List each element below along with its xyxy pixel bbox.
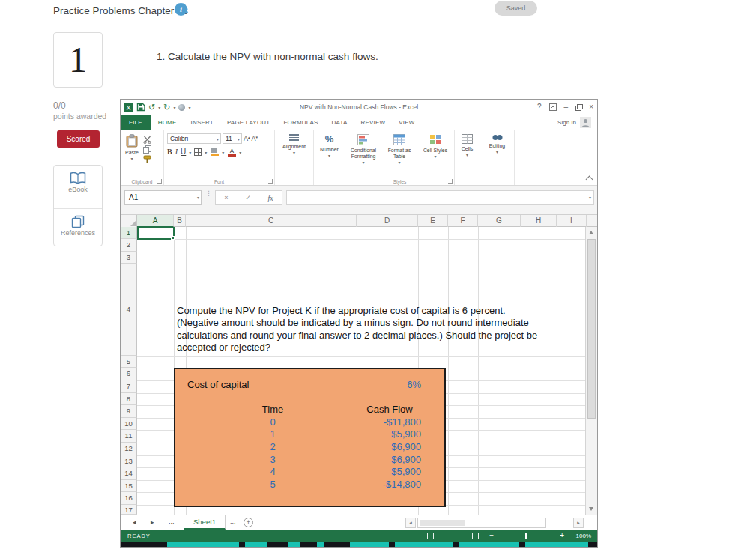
ribbon-display-icon[interactable] bbox=[549, 103, 557, 111]
zoom-out-icon[interactable]: − bbox=[489, 530, 494, 542]
column-header-b[interactable]: B bbox=[174, 215, 186, 227]
zoom-in-icon[interactable]: + bbox=[560, 530, 564, 542]
select-all-corner[interactable] bbox=[121, 215, 137, 227]
row-header-6[interactable]: 6 bbox=[121, 368, 137, 380]
close-icon[interactable]: × bbox=[589, 102, 593, 112]
row-header-12[interactable]: 12 bbox=[121, 443, 137, 455]
fill-color-button[interactable] bbox=[210, 148, 219, 156]
collapse-ribbon-icon[interactable] bbox=[586, 176, 593, 184]
shrink-font-button[interactable]: A▾ bbox=[252, 135, 258, 142]
sign-in[interactable]: Sign In bbox=[557, 117, 591, 128]
bold-button[interactable]: B bbox=[167, 147, 172, 157]
tab-page-layout[interactable]: PAGE LAYOUT bbox=[220, 115, 276, 130]
tab-formulas[interactable]: FORMULAS bbox=[276, 115, 324, 130]
vertical-scroll-thumb[interactable] bbox=[587, 239, 596, 419]
format-as-table-button[interactable]: Format as Table ▾ bbox=[381, 130, 417, 185]
row-header-10[interactable]: 10 bbox=[121, 418, 137, 430]
styles-dialog-launcher-icon[interactable] bbox=[448, 179, 453, 184]
info-icon[interactable]: i bbox=[175, 3, 187, 16]
cancel-icon[interactable]: × bbox=[224, 194, 228, 201]
formula-input[interactable]: ▾ bbox=[286, 190, 594, 205]
insert-function-icon[interactable]: fx bbox=[267, 194, 273, 202]
cell-styles-button[interactable]: Cell Styles ▾ bbox=[417, 130, 453, 185]
vertical-scrollbar[interactable] bbox=[585, 227, 597, 515]
underline-dropdown-icon[interactable]: ▾ bbox=[189, 150, 191, 155]
question-number-card[interactable]: 1 bbox=[53, 32, 103, 88]
alignment-button[interactable]: Alignment ▾ bbox=[275, 130, 313, 185]
restore-icon[interactable] bbox=[575, 104, 581, 110]
font-name-select[interactable]: Calibri▾ bbox=[167, 133, 221, 144]
selected-cell-a1[interactable] bbox=[137, 227, 175, 240]
fill-color-dropdown-icon[interactable]: ▾ bbox=[222, 150, 224, 155]
zoom-level[interactable]: 100% bbox=[576, 530, 591, 542]
conditional-formatting-button[interactable]: Conditional Formatting ▾ bbox=[345, 130, 381, 185]
page-break-view-icon[interactable] bbox=[472, 533, 479, 539]
hscroll-right-icon[interactable]: ▸ bbox=[573, 518, 584, 528]
help-icon[interactable]: ? bbox=[537, 102, 542, 112]
tab-view[interactable]: VIEW bbox=[392, 115, 421, 130]
underline-button[interactable]: U bbox=[181, 147, 186, 157]
add-sheet-icon[interactable]: + bbox=[244, 518, 253, 527]
number-button[interactable]: % Number ▾ bbox=[314, 130, 345, 185]
paste-button[interactable]: Paste ▾ bbox=[121, 130, 143, 185]
font-size-select[interactable]: 11▾ bbox=[223, 133, 242, 144]
column-header-c[interactable]: C bbox=[186, 215, 357, 227]
row-header-7[interactable]: 7 bbox=[121, 380, 137, 393]
grow-font-button[interactable]: A▴ bbox=[244, 135, 250, 142]
row-header-8[interactable]: 8 bbox=[121, 393, 137, 405]
sheet-nav-right-icon[interactable]: ▸ bbox=[151, 515, 154, 530]
row-header-5[interactable]: 5 bbox=[121, 356, 137, 368]
font-dialog-launcher-icon[interactable] bbox=[268, 179, 273, 184]
column-header-h[interactable]: H bbox=[521, 215, 557, 227]
row-header-1[interactable]: 1 bbox=[121, 227, 137, 239]
horizontal-scroll-thumb[interactable] bbox=[420, 520, 465, 526]
format-painter-icon[interactable] bbox=[143, 155, 151, 163]
enter-icon[interactable]: ✓ bbox=[245, 194, 251, 201]
tab-home[interactable]: HOME bbox=[151, 115, 184, 130]
ebook-button[interactable]: eBook bbox=[54, 172, 102, 208]
sheet-tab-sheet1[interactable]: Sheet1 bbox=[184, 515, 226, 530]
row-header-13[interactable]: 13 bbox=[121, 455, 137, 467]
horizontal-scrollbar[interactable] bbox=[417, 518, 546, 528]
zoom-slider[interactable] bbox=[498, 536, 555, 536]
column-header-f[interactable]: F bbox=[448, 215, 478, 227]
row-header-14[interactable]: 14 bbox=[121, 467, 137, 480]
fill-handle[interactable] bbox=[171, 236, 175, 240]
tab-insert[interactable]: INSERT bbox=[184, 115, 220, 130]
sheet-nav-left-icon[interactable]: ◂ bbox=[133, 515, 136, 530]
zoom-slider-thumb[interactable] bbox=[525, 533, 527, 539]
row-header-4[interactable]: 4 bbox=[121, 264, 137, 356]
sheet-overflow-right[interactable]: ... bbox=[230, 515, 236, 528]
borders-dropdown-icon[interactable]: ▾ bbox=[205, 150, 207, 155]
cells-button[interactable]: Cells ▾ bbox=[455, 130, 480, 185]
formula-expand-icon[interactable]: ▾ bbox=[589, 191, 591, 204]
hscroll-left-icon[interactable]: ◂ bbox=[405, 518, 416, 528]
row-header-15[interactable]: 15 bbox=[121, 480, 137, 492]
tab-file[interactable]: FILE bbox=[121, 115, 151, 130]
row-header-17[interactable]: 17 bbox=[121, 505, 137, 515]
editing-button[interactable]: Editing ▾ bbox=[480, 130, 514, 185]
italic-button[interactable]: I bbox=[175, 147, 178, 157]
font-color-dropdown-icon[interactable]: ▾ bbox=[239, 150, 241, 155]
page-layout-view-icon[interactable] bbox=[450, 533, 456, 539]
copy-icon[interactable] bbox=[143, 145, 151, 154]
cut-icon[interactable] bbox=[143, 136, 151, 144]
tab-review[interactable]: REVIEW bbox=[354, 115, 392, 130]
row-header-9[interactable]: 9 bbox=[121, 405, 137, 418]
row-header-2[interactable]: 2 bbox=[121, 239, 137, 252]
scroll-down-icon[interactable] bbox=[589, 507, 593, 511]
tab-data[interactable]: DATA bbox=[324, 115, 354, 130]
sheet-overflow-left[interactable]: ... bbox=[169, 515, 175, 528]
minimize-icon[interactable]: – bbox=[564, 102, 569, 112]
clipboard-dialog-launcher-icon[interactable] bbox=[157, 179, 162, 184]
worksheet-grid[interactable]: 1 2 3 4 5 6 7 8 9 10 11 12 13 14 15 16 1… bbox=[121, 227, 597, 515]
column-header-d[interactable]: D bbox=[357, 215, 418, 227]
borders-button[interactable] bbox=[194, 148, 202, 156]
column-header-a[interactable]: A bbox=[137, 215, 174, 227]
column-header-g[interactable]: G bbox=[478, 215, 521, 227]
references-button[interactable]: References bbox=[54, 208, 102, 246]
font-color-button[interactable]: A bbox=[227, 148, 236, 157]
row-header-16[interactable]: 16 bbox=[121, 492, 137, 505]
row-header-11[interactable]: 11 bbox=[121, 430, 137, 443]
name-box[interactable]: A1 ▾ bbox=[124, 190, 202, 205]
